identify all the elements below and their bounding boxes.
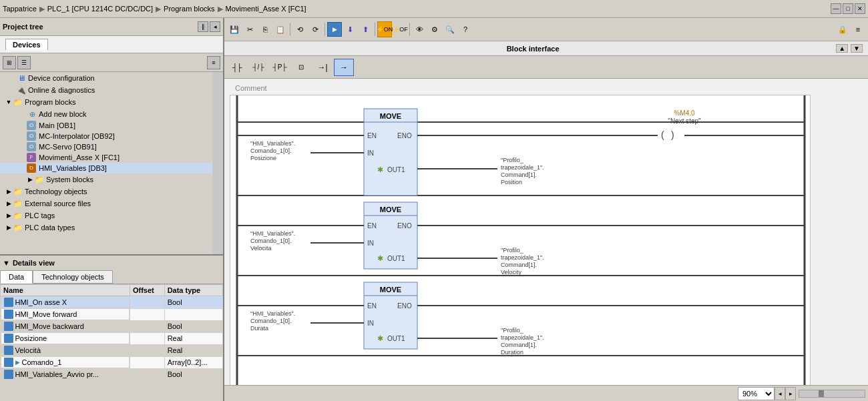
- panel-collapse-btn[interactable]: ‖: [198, 21, 208, 32]
- details-row[interactable]: HMI_Variables_Avvio pr...Bool: [1, 368, 223, 380]
- toolbar-sep-4: [409, 23, 410, 36]
- row-type-icon: [4, 334, 13, 343]
- tree-item-movimenti[interactable]: F Movimenti_Asse X [FC1]: [0, 152, 212, 163]
- toolbar-btn-grid[interactable]: ⊞: [3, 56, 16, 69]
- expand-plc-tags[interactable]: ▶: [5, 212, 12, 219]
- svg-text:Command[1].: Command[1].: [501, 342, 537, 348]
- zoom-up-btn[interactable]: ▸: [785, 387, 796, 400]
- svg-text:Command[1].: Command[1].: [501, 171, 537, 178]
- svg-text:"Profilo_: "Profilo_: [501, 327, 524, 334]
- tree-item-hmi-variables[interactable]: D HMI_Variables [DB3]: [0, 163, 212, 173]
- svg-text:"HMI_Variables".: "HMI_Variables".: [250, 310, 295, 317]
- tb-cut[interactable]: ✂: [242, 21, 257, 37]
- minimize-button[interactable]: —: [831, 3, 841, 14]
- tb-save[interactable]: 💾: [227, 21, 242, 37]
- ltb-contact-nc[interactable]: ┤/├: [248, 59, 268, 76]
- tb-paste[interactable]: 📋: [273, 21, 288, 37]
- ltb-unknown[interactable]: ⊡: [291, 59, 311, 76]
- tree-item-plc-tags[interactable]: ▶ 📁 PLC tags: [0, 210, 212, 222]
- expand-external-source-files[interactable]: ▶: [5, 200, 12, 207]
- tree-label-movimenti: Movimenti_Asse X [FC1]: [39, 153, 120, 161]
- details-row[interactable]: HMI_Move forward: [1, 308, 223, 320]
- row-name-label: Comando_1: [22, 358, 62, 366]
- ltb-contact-pos[interactable]: ┤P├: [270, 59, 290, 76]
- tree-item-mc-servo[interactable]: O MC-Servo [OB91]: [0, 141, 212, 152]
- zoom-slider-thumb[interactable]: [819, 390, 824, 397]
- svg-text:IN: IN: [367, 149, 374, 157]
- diagram-area[interactable]: Comment MOVE: [224, 79, 868, 385]
- tree-item-technology-objects[interactable]: ▶ 📁 Technology objects: [0, 185, 212, 197]
- device-config-icon: 🖥: [16, 73, 27, 83]
- maximize-button[interactable]: □: [843, 3, 853, 14]
- svg-text:%M4.0: %M4.0: [674, 109, 695, 117]
- ltb-coil[interactable]: →|: [312, 59, 333, 76]
- zoom-down-btn[interactable]: ◂: [775, 387, 785, 400]
- svg-text:OUT1: OUT1: [387, 335, 405, 342]
- devices-tab[interactable]: Devices: [5, 39, 48, 50]
- ltb-arrow-active[interactable]: →: [334, 59, 354, 76]
- expand-technology-objects[interactable]: ▶: [5, 188, 12, 195]
- svg-text:trapezoidale_1".: trapezoidale_1".: [501, 254, 544, 261]
- bi-down-btn[interactable]: ▼: [851, 44, 863, 53]
- zoom-select[interactable]: 50% 75% 90% 100% 125% 150% 200%: [738, 387, 775, 400]
- expand-program-blocks[interactable]: ▼: [5, 99, 12, 105]
- row-name-label: HMI_Move backward: [15, 322, 84, 330]
- details-cell-name: Posizione: [1, 332, 130, 344]
- details-cell-datatype: Bool: [164, 320, 222, 332]
- col-offset: Offset: [130, 285, 164, 296]
- tree-item-system-blocks[interactable]: ▶ 📁 System blocks: [0, 173, 212, 185]
- toolbar-btn-more[interactable]: ≡: [207, 56, 220, 69]
- svg-text:): ): [671, 129, 674, 140]
- tree-item-online-diag[interactable]: 🔌 Online & diagnostics: [0, 84, 212, 96]
- tree-scrollbar[interactable]: [212, 72, 223, 254]
- tree-item-add-new-block[interactable]: ⊕ Add new block: [0, 108, 212, 120]
- details-row[interactable]: HMI_On asse XBool: [1, 296, 223, 309]
- expand-system-blocks[interactable]: ▶: [27, 176, 33, 183]
- tb-side-panel[interactable]: ≡: [851, 21, 865, 37]
- details-tab-technology[interactable]: Technology objects: [33, 270, 113, 284]
- bi-up-btn[interactable]: ▲: [836, 44, 848, 53]
- details-row[interactable]: HMI_Move backwardBool: [1, 320, 223, 332]
- ltb-contact-no[interactable]: ┤├: [227, 59, 247, 76]
- tb-download[interactable]: ⬇: [343, 21, 357, 37]
- details-tab-data[interactable]: Data: [0, 270, 33, 284]
- tree-item-external-source-files[interactable]: ▶ 📁 External source files: [0, 197, 212, 210]
- block-interface-bar: Block interface ▲ ▼: [224, 41, 868, 56]
- expand-plc-data-types[interactable]: ▶: [5, 224, 12, 231]
- details-header[interactable]: ▼ Details view: [0, 256, 223, 270]
- tb-copy[interactable]: ⎘: [258, 21, 272, 37]
- tb-settings[interactable]: ⚙: [427, 21, 442, 37]
- tb-go-online[interactable]: ⚡ON: [377, 21, 392, 37]
- toolbar-btn-list[interactable]: ☰: [17, 56, 31, 69]
- tb-lock[interactable]: 🔒: [835, 21, 850, 37]
- details-row[interactable]: VelocitàReal: [1, 344, 223, 356]
- tb-search[interactable]: 🔍: [443, 21, 457, 37]
- block-interface-label: Block interface: [507, 45, 560, 53]
- tb-undo[interactable]: ⟲: [292, 21, 307, 37]
- tree-item-device-config[interactable]: 🖥 Device configuration: [0, 72, 212, 84]
- svg-text:✱: ✱: [377, 334, 383, 342]
- svg-text:Command[1].: Command[1].: [501, 262, 537, 268]
- close-button[interactable]: ✕: [855, 3, 865, 14]
- tb-go-offline[interactable]: ⚡OF: [393, 21, 407, 37]
- breadcrumb-plc1: PLC_1 [CPU 1214C DC/DC/DC]: [47, 5, 153, 13]
- tree-item-plc-data-types[interactable]: ▶ 📁 PLC data types: [0, 222, 212, 234]
- tree-item-program-blocks[interactable]: ▼ 📁 Program blocks: [0, 96, 212, 108]
- tb-redo[interactable]: ⟳: [308, 21, 322, 37]
- details-row[interactable]: PosizioneReal: [1, 332, 223, 344]
- panel-pin-btn[interactable]: ◂: [210, 21, 220, 32]
- row-type-icon: [4, 358, 13, 367]
- details-expand-icon: ▼: [3, 259, 10, 267]
- tree-item-mc-interpolator[interactable]: O MC-Interpolator [OB92]: [0, 131, 212, 141]
- tree-item-main-ob1[interactable]: O Main [OB1]: [0, 120, 212, 131]
- tb-upload[interactable]: ⬆: [358, 21, 373, 37]
- tb-compile[interactable]: ▶: [327, 22, 342, 37]
- svg-text:EN: EN: [367, 132, 377, 139]
- tb-monitor[interactable]: 👁: [412, 21, 427, 37]
- svg-text:Duration: Duration: [501, 349, 523, 356]
- details-cell-datatype: Real: [164, 332, 222, 344]
- breadcrumb-bar: Tappatrice ▶ PLC_1 [CPU 1214C DC/DC/DC] …: [0, 0, 868, 18]
- details-row[interactable]: ▶Comando_1Array[0..2]...: [1, 356, 223, 368]
- tb-help[interactable]: ?: [458, 21, 473, 37]
- details-cell-offset: [130, 368, 164, 380]
